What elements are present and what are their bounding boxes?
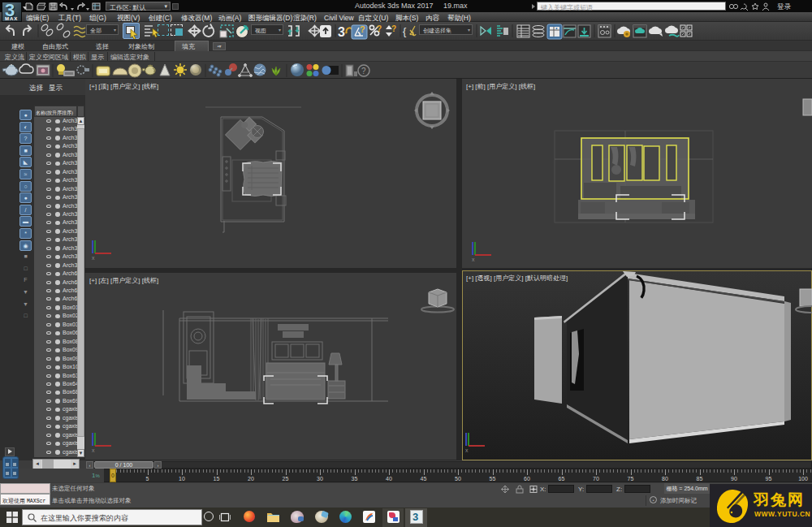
svg-text:x: x xyxy=(472,257,475,261)
svg-text:?: ? xyxy=(361,67,366,76)
svg-text:?: ? xyxy=(360,24,365,34)
svg-text:3: 3 xyxy=(338,25,345,39)
svg-text:{: { xyxy=(403,25,407,37)
svg-text:x: x xyxy=(465,447,469,452)
svg-text:?: ? xyxy=(391,24,396,33)
svg-text:x: x xyxy=(92,255,95,260)
svg-text:x: x xyxy=(92,447,95,452)
svg-text:?: ? xyxy=(377,24,382,33)
